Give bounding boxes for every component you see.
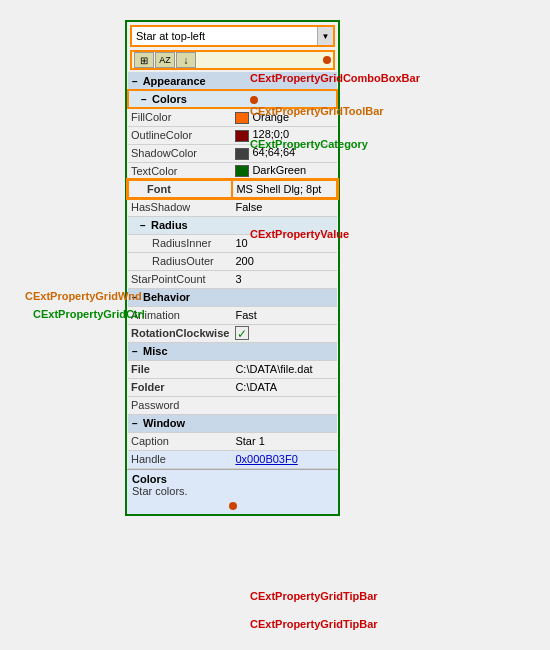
prop-row-animation[interactable]: Animation Fast (128, 306, 337, 324)
combo-dropdown-arrow[interactable]: ▼ (317, 27, 333, 45)
prop-name-file: File (128, 360, 232, 378)
label-ctrl: CExtPropertyGridCtrl (33, 308, 145, 320)
toolbar-btn-grid[interactable]: ⊞ (134, 52, 154, 68)
prop-name-password: Password (128, 396, 232, 414)
prop-name-outlinecolor: OutlineColor (128, 126, 232, 144)
prop-name-hasshadow: HasShadow (128, 198, 232, 216)
label-toolbar: CExtPropertyGridToolBar (250, 105, 384, 117)
expand-icon[interactable]: − (130, 76, 140, 87)
combo-value: Star at top-left (132, 30, 317, 42)
category-window[interactable]: − Window (128, 414, 337, 432)
toolbar-dot (323, 56, 331, 64)
prop-value-hasshadow[interactable]: False (232, 198, 337, 216)
label-value: CExtPropertyValue (250, 228, 349, 240)
outlinecolor-swatch (235, 130, 249, 142)
prop-value-caption[interactable]: Star 1 (232, 432, 337, 450)
prop-name-shadowcolor: ShadowColor (128, 144, 232, 162)
toolbar-bar: ⊞ AZ ↓ (130, 50, 335, 70)
label-tipbar-bottom: CExtPropertyGridTipBar (250, 618, 378, 630)
category-behavior[interactable]: − Behavior (128, 288, 337, 306)
prop-name-rotationclockwise: RotationClockwise (128, 324, 232, 342)
property-grid-panel: Star at top-left ▼ ⊞ AZ ↓ − Appearance −… (125, 20, 340, 516)
prop-value-file[interactable]: C:\DATA\file.dat (232, 360, 337, 378)
window-expand-icon[interactable]: − (130, 418, 140, 429)
prop-name-handle: Handle (128, 450, 232, 468)
prop-name-fillcolor: FillColor (128, 108, 232, 126)
prop-row-rotationclockwise[interactable]: RotationClockwise ✓ (128, 324, 337, 342)
subcategory-colors-label: Colors (152, 93, 187, 105)
prop-value-font[interactable]: MS Shell Dlg; 8pt (232, 180, 337, 198)
prop-name-folder: Folder (128, 378, 232, 396)
prop-name-radiusouter: RadiusOuter (128, 252, 232, 270)
toolbar-btn-sort[interactable]: AZ (155, 52, 175, 68)
category-misc-label: Misc (143, 345, 167, 357)
prop-row-starpointcount[interactable]: StarPointCount 3 (128, 270, 337, 288)
combo-box-bar[interactable]: Star at top-left ▼ (130, 25, 335, 47)
label-comboboxbar: CExtPropertyGridComboBoxBar (250, 72, 420, 84)
category-window-label: Window (143, 417, 185, 429)
prop-row-password[interactable]: Password (128, 396, 337, 414)
prop-row-caption[interactable]: Caption Star 1 (128, 432, 337, 450)
prop-name-textcolor: TextColor (128, 162, 232, 180)
prop-name-font: Font (128, 180, 232, 198)
prop-row-file[interactable]: File C:\DATA\file.dat (128, 360, 337, 378)
prop-row-radiusouter[interactable]: RadiusOuter 200 (128, 252, 337, 270)
tip-bar: Colors Star colors. (127, 469, 338, 514)
prop-name-starpointcount: StarPointCount (128, 270, 232, 288)
tip-dot (229, 502, 237, 510)
rotation-checkbox[interactable]: ✓ (235, 326, 249, 340)
misc-expand-icon[interactable]: − (130, 346, 140, 357)
label-tipbar: CExtPropertyGridTipBar (250, 590, 378, 602)
category-appearance-label: Appearance (143, 75, 206, 87)
prop-value-textcolor[interactable]: DarkGreen (232, 162, 337, 180)
prop-row-handle[interactable]: Handle 0x000B03F0 (128, 450, 337, 468)
prop-value-handle[interactable]: 0x000B03F0 (232, 450, 337, 468)
prop-value-password[interactable] (232, 396, 337, 414)
toolbar-btn-down[interactable]: ↓ (176, 52, 196, 68)
prop-value-starpointcount[interactable]: 3 (232, 270, 337, 288)
tip-desc: Star colors. (132, 485, 333, 497)
radius-expand-icon[interactable]: − (138, 220, 148, 231)
prop-row-hasshadow[interactable]: HasShadow False (128, 198, 337, 216)
category-behavior-label: Behavior (143, 291, 190, 303)
category-misc[interactable]: − Misc (128, 342, 337, 360)
prop-value-animation[interactable]: Fast (232, 306, 337, 324)
fillcolor-swatch (235, 112, 249, 124)
prop-value-rotationclockwise[interactable]: ✓ (232, 324, 337, 342)
subcategory-radius-label: Radius (151, 219, 188, 231)
property-table: − Appearance − Colors FillColor Orange O… (127, 72, 338, 469)
colors-dot (250, 96, 258, 104)
tip-title: Colors (132, 473, 333, 485)
prop-name-radiusinner: RadiusInner (128, 234, 232, 252)
label-category: CExtPropertyCategory (250, 138, 368, 150)
colors-expand-icon[interactable]: − (139, 94, 149, 105)
prop-row-textcolor[interactable]: TextColor DarkGreen (128, 162, 337, 180)
prop-value-radiusouter[interactable]: 200 (232, 252, 337, 270)
prop-value-folder[interactable]: C:\DATA (232, 378, 337, 396)
checkmark-icon: ✓ (237, 327, 247, 341)
shadowcolor-swatch (235, 148, 249, 160)
prop-row-font[interactable]: Font MS Shell Dlg; 8pt (128, 180, 337, 198)
prop-name-caption: Caption (128, 432, 232, 450)
textcolor-swatch (235, 165, 249, 177)
prop-row-folder[interactable]: Folder C:\DATA (128, 378, 337, 396)
label-wnd: CExtPropertyGridWnd (25, 290, 142, 302)
